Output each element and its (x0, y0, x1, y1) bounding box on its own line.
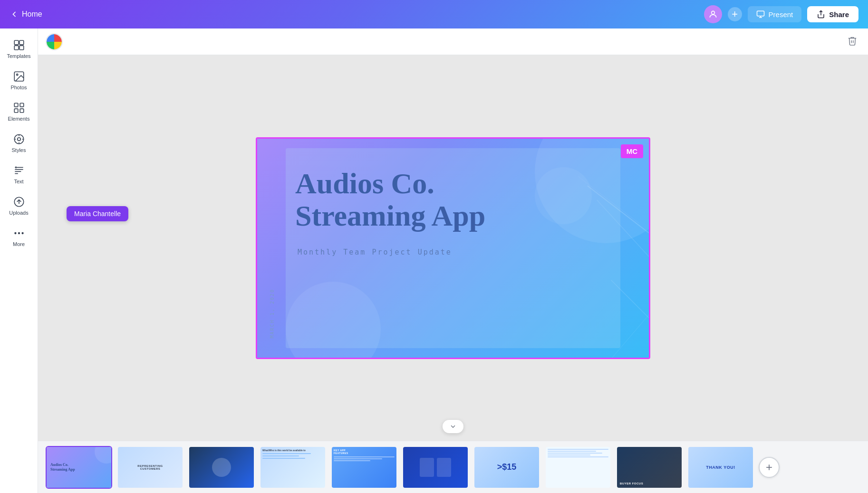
toolbar (38, 28, 868, 55)
main-container: Templates Photos Elements Styles (0, 28, 868, 493)
header-left: Home (10, 9, 42, 19)
sidebar-item-styles[interactable]: Styles (2, 128, 36, 158)
slide-date: MARCH 1, 2020 (270, 289, 275, 338)
more-label: More (13, 241, 25, 247)
header-right: + Present Share (704, 5, 858, 23)
slide-mc-badge: MC (621, 144, 643, 158)
templates-label: Templates (7, 53, 30, 59)
add-collaborator-button[interactable]: + (728, 7, 742, 21)
svg-point-0 (711, 11, 714, 14)
styles-label: Styles (12, 147, 26, 153)
svg-point-14 (17, 138, 20, 141)
elements-label: Elements (8, 116, 30, 122)
filmstrip-slide-4[interactable]: What/Who is this world be available to (260, 446, 326, 489)
filmstrip-slide-9[interactable]: BUYER FOCUS (616, 446, 683, 489)
color-pie (47, 34, 62, 49)
present-button[interactable]: Present (748, 6, 802, 22)
text-label: Text (14, 179, 23, 184)
slide-canvas[interactable]: Audios Co. Streaming App Monthly Team Pr… (256, 137, 650, 359)
svg-rect-1 (757, 11, 764, 16)
canvas-container: Audios Co. Streaming App Monthly Team Pr… (38, 55, 868, 441)
svg-point-20 (14, 232, 16, 234)
svg-rect-12 (20, 109, 24, 113)
avatar[interactable] (704, 5, 722, 23)
sidebar-item-uploads[interactable]: Uploads (2, 191, 36, 220)
delete-button[interactable] (844, 33, 860, 50)
filmstrip: Audios Co.Streaming App REPRESENTINGCUST… (38, 441, 868, 493)
back-button[interactable]: Home (10, 9, 42, 19)
svg-rect-10 (20, 103, 24, 107)
filmstrip-slide-8[interactable] (545, 446, 611, 489)
svg-point-22 (21, 232, 23, 234)
filmstrip-slide-6[interactable] (402, 446, 469, 489)
sidebar-item-photos[interactable]: Photos (2, 66, 36, 95)
sidebar-item-templates[interactable]: Templates (2, 34, 36, 64)
svg-rect-4 (19, 40, 24, 45)
svg-rect-11 (14, 109, 18, 113)
svg-point-21 (18, 232, 19, 234)
filmstrip-slide-1[interactable]: Audios Co.Streaming App (46, 446, 112, 489)
sidebar-item-more[interactable]: More (2, 222, 36, 252)
uploads-label: Uploads (9, 210, 28, 216)
sidebar: Templates Photos Elements Styles (0, 28, 38, 493)
share-button[interactable]: Share (807, 6, 858, 22)
add-slide-button[interactable] (759, 457, 780, 478)
share-label: Share (829, 10, 849, 19)
filmstrip-slide-5[interactable]: KEY APPFEATURES (331, 446, 397, 489)
user-tooltip: Maria Chantelle (67, 206, 128, 221)
svg-rect-9 (14, 103, 18, 107)
color-picker-button[interactable] (46, 33, 63, 50)
filmstrip-slide-3[interactable] (188, 446, 255, 489)
slide-title: Audios Co. Streaming App (295, 167, 485, 232)
sidebar-item-elements[interactable]: Elements (2, 97, 36, 126)
photos-label: Photos (10, 85, 27, 90)
svg-point-8 (16, 74, 18, 76)
filmstrip-slide-7[interactable]: >$15 (473, 446, 540, 489)
editor-area: Audios Co. Streaming App Monthly Team Pr… (38, 28, 868, 493)
filmstrip-slide-2[interactable]: REPRESENTINGCUSTOMERS (117, 446, 183, 489)
present-label: Present (769, 10, 793, 19)
home-label: Home (22, 10, 42, 19)
svg-rect-3 (14, 40, 19, 45)
collapse-filmstrip-button[interactable] (443, 420, 463, 433)
svg-rect-5 (14, 46, 19, 50)
header: Home + Present Share (0, 0, 868, 28)
svg-rect-6 (19, 46, 24, 50)
filmstrip-slide-10[interactable]: THANK YOU! (687, 446, 754, 489)
sidebar-item-text[interactable]: Text (2, 160, 36, 189)
slide-subtitle: Monthly Team Project Update (298, 248, 452, 256)
